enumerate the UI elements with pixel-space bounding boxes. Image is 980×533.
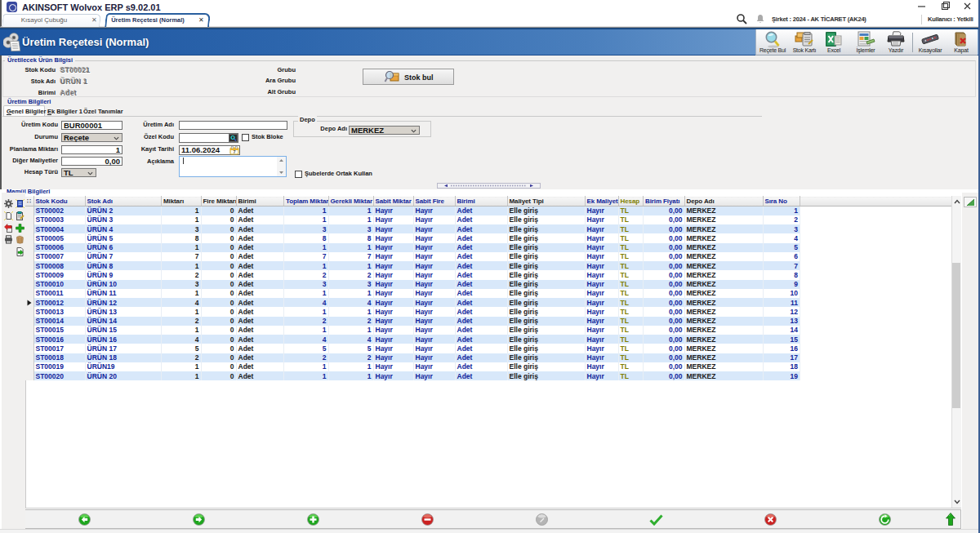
svg-text:7: 7 — [233, 149, 235, 154]
